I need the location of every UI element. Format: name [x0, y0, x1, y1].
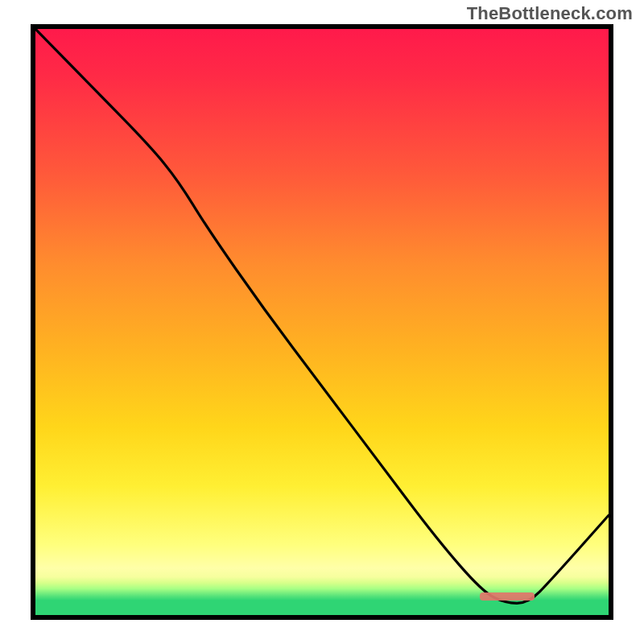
- curve-layer: [35, 29, 609, 615]
- watermark-text: TheBottleneck.com: [467, 3, 633, 24]
- bottleneck-curve: [35, 29, 609, 603]
- min-marker: [480, 592, 535, 601]
- chart-stage: TheBottleneck.com: [0, 0, 644, 644]
